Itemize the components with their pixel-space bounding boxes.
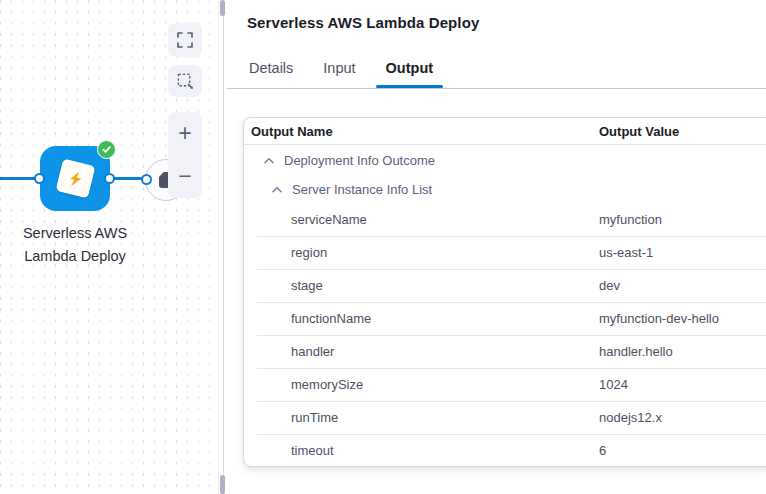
pipeline-canvas[interactable]: Serverless AWS Lambda Deploy + − bbox=[0, 0, 218, 494]
output-name: stage bbox=[244, 278, 599, 293]
node-port-left[interactable] bbox=[34, 173, 45, 184]
output-name: functionName bbox=[244, 311, 599, 326]
check-icon bbox=[101, 144, 112, 155]
tabs-divider bbox=[227, 88, 766, 89]
scrollbar-thumb-bottom[interactable] bbox=[220, 475, 225, 494]
tab-details[interactable]: Details bbox=[247, 60, 295, 76]
output-name: handler bbox=[244, 344, 599, 359]
node-port-right[interactable] bbox=[104, 173, 115, 184]
output-name: memorySize bbox=[244, 377, 599, 392]
table-row: stage dev bbox=[244, 269, 766, 302]
step-node-label: Serverless AWS Lambda Deploy bbox=[5, 222, 145, 268]
zoom-in-button[interactable]: + bbox=[168, 114, 202, 154]
scrollbar-thumb-top[interactable] bbox=[220, 0, 225, 16]
column-header-output-value: Output Value bbox=[599, 124, 679, 139]
output-value: myfunction bbox=[599, 212, 766, 227]
pipeline-studio-screen: Serverless AWS Lambda Deploy + − Serverl… bbox=[0, 0, 766, 494]
zoom-out-button[interactable]: − bbox=[168, 157, 202, 197]
group-row-deployment-info-outcome[interactable]: Deployment Info Outcome bbox=[244, 145, 766, 175]
table-row: serviceName myfunction bbox=[244, 203, 766, 236]
table-header-row: Output Name Output Value bbox=[244, 118, 766, 145]
step-node-label-line2: Lambda Deploy bbox=[5, 245, 145, 268]
chevron-up-icon[interactable] bbox=[263, 156, 275, 165]
output-value: 1024 bbox=[599, 377, 766, 392]
output-name: region bbox=[244, 245, 599, 260]
output-value: 6 bbox=[599, 443, 766, 458]
link-port[interactable] bbox=[141, 174, 152, 185]
lightning-bolt-icon bbox=[64, 168, 86, 190]
tab-input[interactable]: Input bbox=[321, 60, 357, 76]
group-row-server-instance-info-list[interactable]: Server Instance Info List bbox=[244, 175, 766, 203]
step-node-label-line1: Serverless AWS bbox=[5, 222, 145, 245]
output-name: timeout bbox=[244, 443, 599, 458]
output-value: dev bbox=[599, 278, 766, 293]
fullscreen-icon bbox=[177, 32, 193, 48]
chevron-up-icon[interactable] bbox=[271, 185, 283, 194]
output-name: runTime bbox=[244, 410, 599, 425]
table-row: runTime nodejs12.x bbox=[244, 401, 766, 434]
table-row: region us-east-1 bbox=[244, 236, 766, 269]
group-label: Server Instance Info List bbox=[292, 182, 432, 197]
panel-title: Serverless AWS Lambda Deploy bbox=[247, 14, 479, 31]
table-row: memorySize 1024 bbox=[244, 368, 766, 401]
output-name: serviceName bbox=[244, 212, 599, 227]
tab-bar: Details Input Output bbox=[247, 60, 435, 76]
table-row: functionName myfunction-dev-hello bbox=[244, 302, 766, 335]
fit-to-screen-button[interactable] bbox=[168, 23, 202, 57]
table-row: timeout 6 bbox=[244, 434, 766, 467]
output-value: handler.hello bbox=[599, 344, 766, 359]
canvas-panel-divider bbox=[218, 0, 219, 494]
table-row: handler handler.hello bbox=[244, 335, 766, 368]
tab-output[interactable]: Output bbox=[384, 60, 436, 76]
zoom-controls: + − bbox=[168, 112, 202, 198]
marquee-select-button[interactable] bbox=[168, 65, 202, 97]
output-value: us-east-1 bbox=[599, 245, 766, 260]
output-value: myfunction-dev-hello bbox=[599, 311, 766, 326]
output-table-card: Output Name Output Value Deployment Info… bbox=[243, 117, 766, 467]
step-details-panel: Serverless AWS Lambda Deploy Details Inp… bbox=[224, 0, 766, 494]
output-value: nodejs12.x bbox=[599, 410, 766, 425]
lambda-icon bbox=[55, 158, 95, 198]
column-header-output-name: Output Name bbox=[244, 124, 599, 139]
marquee-select-icon bbox=[177, 73, 194, 90]
group-label: Deployment Info Outcome bbox=[284, 153, 435, 168]
step-success-badge bbox=[97, 140, 116, 159]
